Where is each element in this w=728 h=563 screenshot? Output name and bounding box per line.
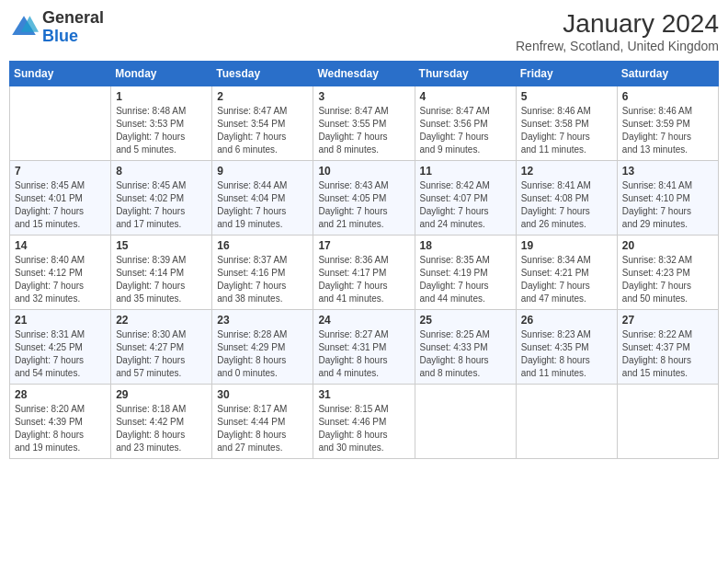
calendar-table: SundayMondayTuesdayWednesdayThursdayFrid… xyxy=(9,61,719,459)
location: Renfrew, Scotland, United Kingdom xyxy=(516,39,719,53)
day-number: 23 xyxy=(217,314,308,327)
day-number: 29 xyxy=(116,388,207,401)
calendar-cell: 5Sunrise: 8:46 AM Sunset: 3:58 PM Daylig… xyxy=(516,86,617,161)
day-number: 18 xyxy=(420,239,511,252)
calendar-cell: 7Sunrise: 8:45 AM Sunset: 4:01 PM Daylig… xyxy=(10,161,111,236)
day-info: Sunrise: 8:25 AM Sunset: 4:33 PM Dayligh… xyxy=(420,328,511,380)
day-info: Sunrise: 8:37 AM Sunset: 4:16 PM Dayligh… xyxy=(217,254,308,305)
calendar-cell: 30Sunrise: 8:17 AM Sunset: 4:44 PM Dayli… xyxy=(212,385,313,459)
day-info: Sunrise: 8:22 AM Sunset: 4:37 PM Dayligh… xyxy=(622,328,713,380)
day-info: Sunrise: 8:39 AM Sunset: 4:14 PM Dayligh… xyxy=(116,254,207,305)
day-number: 3 xyxy=(318,90,409,103)
day-info: Sunrise: 8:40 AM Sunset: 4:12 PM Dayligh… xyxy=(15,254,106,305)
day-number: 12 xyxy=(521,165,612,178)
calendar-cell: 10Sunrise: 8:43 AM Sunset: 4:05 PM Dayli… xyxy=(313,161,415,236)
day-number: 22 xyxy=(116,314,207,327)
col-header-wednesday: Wednesday xyxy=(313,62,415,86)
calendar-cell: 13Sunrise: 8:41 AM Sunset: 4:10 PM Dayli… xyxy=(617,161,718,236)
calendar-cell: 22Sunrise: 8:30 AM Sunset: 4:27 PM Dayli… xyxy=(111,310,212,385)
day-number: 15 xyxy=(116,239,207,252)
day-number: 21 xyxy=(15,314,106,327)
day-info: Sunrise: 8:17 AM Sunset: 4:44 PM Dayligh… xyxy=(217,403,308,454)
day-number: 8 xyxy=(116,165,207,178)
calendar-header-row: SundayMondayTuesdayWednesdayThursdayFrid… xyxy=(10,62,719,86)
day-number: 5 xyxy=(521,90,612,103)
day-info: Sunrise: 8:41 AM Sunset: 4:08 PM Dayligh… xyxy=(521,179,612,231)
calendar-cell: 29Sunrise: 8:18 AM Sunset: 4:42 PM Dayli… xyxy=(111,385,212,459)
day-info: Sunrise: 8:31 AM Sunset: 4:25 PM Dayligh… xyxy=(15,328,106,380)
day-info: Sunrise: 8:43 AM Sunset: 4:05 PM Dayligh… xyxy=(318,179,409,231)
day-number: 16 xyxy=(217,239,308,252)
day-info: Sunrise: 8:32 AM Sunset: 4:23 PM Dayligh… xyxy=(622,254,713,305)
day-info: Sunrise: 8:45 AM Sunset: 4:02 PM Dayligh… xyxy=(116,179,207,231)
calendar-cell xyxy=(415,385,516,459)
calendar-cell: 8Sunrise: 8:45 AM Sunset: 4:02 PM Daylig… xyxy=(111,161,212,236)
calendar-cell: 23Sunrise: 8:28 AM Sunset: 4:29 PM Dayli… xyxy=(212,310,313,385)
day-number: 13 xyxy=(622,165,713,178)
calendar-cell: 14Sunrise: 8:40 AM Sunset: 4:12 PM Dayli… xyxy=(10,236,111,310)
calendar-cell: 9Sunrise: 8:44 AM Sunset: 4:04 PM Daylig… xyxy=(212,161,313,236)
day-info: Sunrise: 8:45 AM Sunset: 4:01 PM Dayligh… xyxy=(15,179,106,231)
day-info: Sunrise: 8:41 AM Sunset: 4:10 PM Dayligh… xyxy=(622,179,713,231)
day-number: 4 xyxy=(420,90,511,103)
calendar-body: 1Sunrise: 8:48 AM Sunset: 3:53 PM Daylig… xyxy=(10,86,719,459)
day-number: 31 xyxy=(318,388,409,401)
day-number: 26 xyxy=(521,314,612,327)
day-info: Sunrise: 8:30 AM Sunset: 4:27 PM Dayligh… xyxy=(116,328,207,380)
day-info: Sunrise: 8:47 AM Sunset: 3:54 PM Dayligh… xyxy=(217,105,308,156)
calendar-cell: 31Sunrise: 8:15 AM Sunset: 4:46 PM Dayli… xyxy=(313,385,415,459)
calendar-cell xyxy=(516,385,617,459)
day-number: 11 xyxy=(420,165,511,178)
day-info: Sunrise: 8:42 AM Sunset: 4:07 PM Dayligh… xyxy=(420,179,511,231)
logo-text: General Blue xyxy=(42,9,104,46)
day-info: Sunrise: 8:47 AM Sunset: 3:56 PM Dayligh… xyxy=(420,105,511,156)
day-number: 17 xyxy=(318,239,409,252)
calendar-cell: 24Sunrise: 8:27 AM Sunset: 4:31 PM Dayli… xyxy=(313,310,415,385)
day-info: Sunrise: 8:28 AM Sunset: 4:29 PM Dayligh… xyxy=(217,328,308,380)
calendar-cell: 15Sunrise: 8:39 AM Sunset: 4:14 PM Dayli… xyxy=(111,236,212,310)
col-header-thursday: Thursday xyxy=(415,62,516,86)
month-title: January 2024 xyxy=(516,9,719,39)
col-header-friday: Friday xyxy=(516,62,617,86)
calendar-cell xyxy=(10,86,111,161)
day-number: 1 xyxy=(116,90,207,103)
calendar-week-1: 1Sunrise: 8:48 AM Sunset: 3:53 PM Daylig… xyxy=(10,86,719,161)
day-info: Sunrise: 8:48 AM Sunset: 3:53 PM Dayligh… xyxy=(116,105,207,156)
day-info: Sunrise: 8:15 AM Sunset: 4:46 PM Dayligh… xyxy=(318,403,409,454)
calendar-cell: 11Sunrise: 8:42 AM Sunset: 4:07 PM Dayli… xyxy=(415,161,516,236)
calendar-cell xyxy=(617,385,718,459)
day-number: 28 xyxy=(15,388,106,401)
day-info: Sunrise: 8:36 AM Sunset: 4:17 PM Dayligh… xyxy=(318,254,409,305)
calendar-cell: 16Sunrise: 8:37 AM Sunset: 4:16 PM Dayli… xyxy=(212,236,313,310)
day-number: 2 xyxy=(217,90,308,103)
header: General Blue January 2024 Renfrew, Scotl… xyxy=(9,9,719,53)
day-info: Sunrise: 8:47 AM Sunset: 3:55 PM Dayligh… xyxy=(318,105,409,156)
calendar-cell: 2Sunrise: 8:47 AM Sunset: 3:54 PM Daylig… xyxy=(212,86,313,161)
col-header-tuesday: Tuesday xyxy=(212,62,313,86)
col-header-sunday: Sunday xyxy=(10,62,111,86)
calendar-cell: 27Sunrise: 8:22 AM Sunset: 4:37 PM Dayli… xyxy=(617,310,718,385)
day-number: 27 xyxy=(622,314,713,327)
col-header-saturday: Saturday xyxy=(617,62,718,86)
day-number: 10 xyxy=(318,165,409,178)
calendar-week-4: 21Sunrise: 8:31 AM Sunset: 4:25 PM Dayli… xyxy=(10,310,719,385)
day-info: Sunrise: 8:44 AM Sunset: 4:04 PM Dayligh… xyxy=(217,179,308,231)
day-number: 30 xyxy=(217,388,308,401)
calendar-cell: 12Sunrise: 8:41 AM Sunset: 4:08 PM Dayli… xyxy=(516,161,617,236)
day-info: Sunrise: 8:34 AM Sunset: 4:21 PM Dayligh… xyxy=(521,254,612,305)
day-info: Sunrise: 8:18 AM Sunset: 4:42 PM Dayligh… xyxy=(116,403,207,454)
logo-icon xyxy=(9,13,39,42)
col-header-monday: Monday xyxy=(111,62,212,86)
day-info: Sunrise: 8:27 AM Sunset: 4:31 PM Dayligh… xyxy=(318,328,409,380)
logo: General Blue xyxy=(9,9,104,46)
calendar-cell: 21Sunrise: 8:31 AM Sunset: 4:25 PM Dayli… xyxy=(10,310,111,385)
calendar-cell: 26Sunrise: 8:23 AM Sunset: 4:35 PM Dayli… xyxy=(516,310,617,385)
title-area: January 2024 Renfrew, Scotland, United K… xyxy=(516,9,719,53)
day-number: 14 xyxy=(15,239,106,252)
day-number: 9 xyxy=(217,165,308,178)
day-info: Sunrise: 8:46 AM Sunset: 3:58 PM Dayligh… xyxy=(521,105,612,156)
calendar-cell: 25Sunrise: 8:25 AM Sunset: 4:33 PM Dayli… xyxy=(415,310,516,385)
day-number: 6 xyxy=(622,90,713,103)
calendar-week-3: 14Sunrise: 8:40 AM Sunset: 4:12 PM Dayli… xyxy=(10,236,719,310)
calendar-week-5: 28Sunrise: 8:20 AM Sunset: 4:39 PM Dayli… xyxy=(10,385,719,459)
